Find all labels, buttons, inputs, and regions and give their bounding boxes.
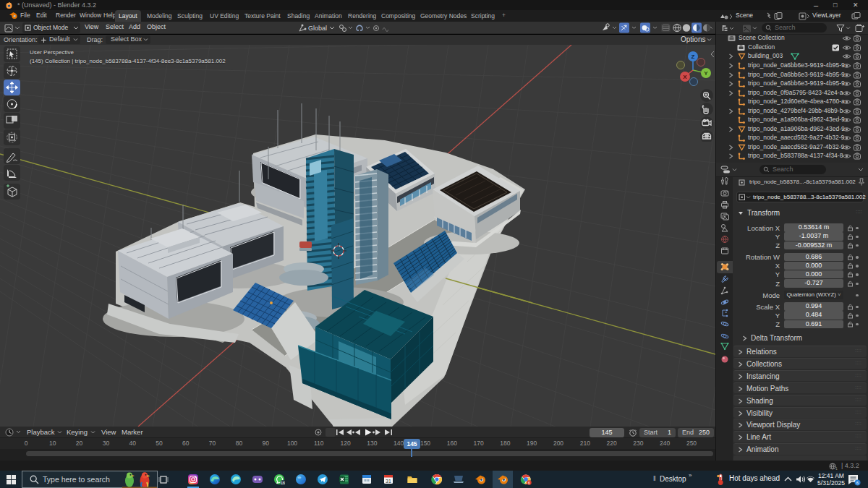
svg-text:Y: Y bbox=[704, 70, 708, 77]
svg-text:16: 16 bbox=[281, 481, 285, 485]
svg-text:1: 1 bbox=[835, 466, 838, 471]
svg-text:6: 6 bbox=[528, 481, 530, 485]
svg-text:X: X bbox=[683, 74, 687, 80]
svg-text:31: 31 bbox=[386, 479, 391, 484]
svg-text:Z: Z bbox=[692, 53, 695, 60]
svg-text:Global: Global bbox=[308, 25, 327, 32]
